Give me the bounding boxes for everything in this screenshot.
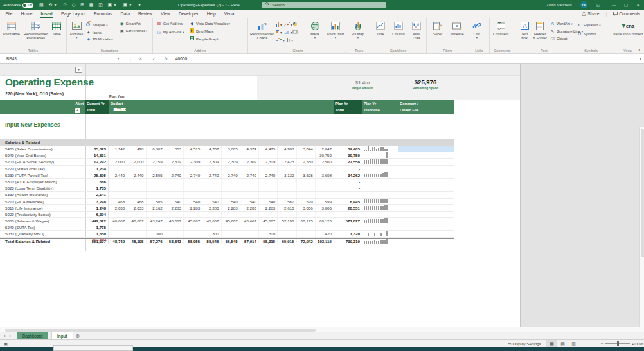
- tab-review[interactable]: Review: [134, 10, 156, 18]
- timeline-button[interactable]: Timeline: [447, 19, 467, 48]
- month-cell[interactable]: [147, 185, 165, 191]
- month-cell[interactable]: [297, 152, 316, 158]
- month-cell[interactable]: [127, 179, 146, 184]
- month-cell[interactable]: 45,667: [184, 218, 202, 224]
- current-yr-cell[interactable]: 1,778: [85, 224, 109, 230]
- equation-button[interactable]: π Equation ▾: [577, 22, 600, 28]
- zoom-slider[interactable]: [605, 343, 630, 344]
- month-cell[interactable]: 4,515: [184, 146, 202, 152]
- comment-cell[interactable]: [398, 212, 454, 217]
- collapse-ribbon-icon[interactable]: ∧: [638, 48, 641, 52]
- month-cell[interactable]: 45,667: [240, 218, 259, 224]
- month-cell[interactable]: 2,440: [109, 172, 127, 178]
- comment-cell[interactable]: [398, 231, 454, 237]
- plan-total-cell[interactable]: 739,319: [334, 239, 362, 245]
- current-yr-cell[interactable]: 35,823: [85, 146, 109, 152]
- month-cell[interactable]: [127, 231, 146, 237]
- month-cell[interactable]: [240, 212, 259, 217]
- month-cell[interactable]: [316, 212, 334, 217]
- month-cell[interactable]: [316, 224, 334, 230]
- account-label[interactable]: 5220 (State/Local Tax): [0, 166, 85, 172]
- save-icon[interactable]: ▤: [39, 0, 44, 10]
- month-cell[interactable]: [297, 185, 316, 191]
- tab-scroll-right-icon[interactable]: ▸: [10, 332, 12, 339]
- sparkline-winloss-button[interactable]: Win/ Loss: [408, 19, 425, 48]
- month-cell[interactable]: [316, 185, 334, 191]
- fx-icon[interactable]: fx: [165, 54, 168, 64]
- vertical-scrollbar-thumb[interactable]: [641, 129, 644, 257]
- month-cell[interactable]: [259, 185, 278, 191]
- month-cell[interactable]: 57,276: [147, 239, 165, 245]
- month-cell[interactable]: 1,142: [109, 146, 127, 152]
- month-cell[interactable]: 2,033: [109, 205, 127, 211]
- month-cell[interactable]: [222, 152, 240, 158]
- current-yr-cell[interactable]: 2,141: [85, 192, 109, 197]
- comment-cell[interactable]: [398, 159, 454, 165]
- month-cell[interactable]: 58,315: [259, 239, 278, 245]
- avatar[interactable]: ZV: [580, 1, 587, 8]
- plan-total-cell[interactable]: 28,551: [334, 205, 362, 211]
- bing-maps-button[interactable]: Bing Maps: [189, 28, 245, 34]
- vena-365-connect-button[interactable]: ena Vena 365 Connect: [611, 19, 644, 48]
- current-yr-cell[interactable]: 1,234: [85, 166, 109, 172]
- month-cell[interactable]: [222, 192, 240, 197]
- month-cell[interactable]: [147, 179, 165, 184]
- month-cell[interactable]: [165, 192, 184, 197]
- tab-insert[interactable]: Insert: [37, 10, 57, 18]
- month-cell[interactable]: [109, 179, 127, 184]
- month-cell[interactable]: [278, 231, 296, 237]
- tab-home[interactable]: Home: [17, 10, 37, 18]
- window2-icon[interactable]: ▣▾: [123, 0, 133, 10]
- month-cell[interactable]: [222, 231, 240, 237]
- month-cell[interactable]: 53,843: [165, 239, 184, 245]
- month-cell[interactable]: 40,667: [109, 218, 127, 224]
- month-cell[interactable]: [109, 231, 127, 237]
- account-label[interactable]: Total Salaries & Related: [0, 239, 85, 245]
- tab-formulas[interactable]: Formulas: [90, 10, 116, 18]
- month-cell[interactable]: 2,283: [202, 205, 221, 211]
- month-cell[interactable]: 2,283: [222, 205, 240, 211]
- comment-cell[interactable]: [398, 239, 454, 245]
- search-input[interactable]: Search: [262, 2, 386, 8]
- screenshot-button[interactable]: ▣ Screenshot ▾: [119, 28, 150, 34]
- account-label[interactable]: 5200 (FICA Social Security): [0, 159, 85, 165]
- 3d-models-button[interactable]: ◈ 3D Models ▾: [85, 37, 116, 42]
- month-cell[interactable]: 57,914: [240, 239, 259, 245]
- month-cell[interactable]: [147, 152, 165, 158]
- comment-cell[interactable]: [398, 146, 454, 152]
- month-cell[interactable]: [222, 212, 240, 217]
- view-normal-icon[interactable]: ▦: [546, 340, 557, 347]
- month-cell[interactable]: 30,750: [316, 152, 334, 158]
- month-cell[interactable]: 56,545: [222, 239, 240, 245]
- month-cell[interactable]: [147, 212, 165, 217]
- account-label[interactable]: 5240 (SUTA Tax): [0, 224, 85, 230]
- eraser-icon[interactable]: ◇: [72, 0, 75, 10]
- month-cell[interactable]: 2,000: [127, 159, 146, 165]
- user-name[interactable]: Zintis Vandelis: [546, 0, 572, 10]
- month-cell[interactable]: [202, 152, 221, 158]
- month-cell[interactable]: [316, 192, 334, 197]
- month-cell[interactable]: [259, 152, 278, 158]
- month-cell[interactable]: 65,915: [278, 239, 296, 245]
- month-cell[interactable]: 567: [278, 199, 296, 204]
- month-cell[interactable]: [165, 152, 184, 158]
- month-cell[interactable]: [297, 231, 316, 237]
- sparkline-column-button[interactable]: Column: [389, 19, 407, 48]
- month-cell[interactable]: 420: [316, 231, 334, 237]
- enter-icon[interactable]: ✓: [152, 54, 156, 64]
- month-cell[interactable]: 2,740: [222, 172, 240, 178]
- month-cell[interactable]: [184, 166, 202, 172]
- pictures-button[interactable]: Pictures▾: [69, 19, 84, 48]
- alert-checkbox[interactable]: ✓: [75, 108, 80, 113]
- header-footer-button[interactable]: Header & Footer: [532, 19, 548, 48]
- plan-total-cell[interactable]: 571,027: [334, 218, 362, 224]
- month-cell[interactable]: 45,667: [222, 218, 240, 224]
- month-cell[interactable]: [184, 179, 202, 184]
- table-button[interactable]: Table: [51, 19, 62, 48]
- account-label[interactable]: 5230 (FUTA Payroll Tax): [0, 172, 85, 178]
- redo-icon[interactable]: ⟳: [63, 0, 67, 10]
- object-button[interactable]: ◱ Object: [550, 36, 570, 41]
- month-cell[interactable]: 505: [147, 199, 165, 204]
- horizontal-scrollbar-thumb[interactable]: [5, 328, 316, 332]
- account-label[interactable]: 5000 (Salaries & Wages): [0, 218, 85, 224]
